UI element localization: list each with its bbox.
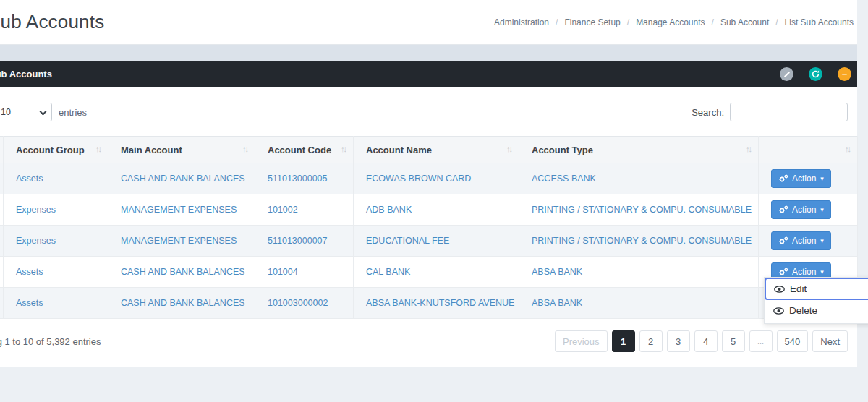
breadcrumb-separator: / — [627, 17, 629, 27]
title-bar: Sub Accounts Administration/Finance Setu… — [0, 0, 857, 45]
breadcrumb-separator: / — [712, 17, 714, 27]
page-button-2[interactable]: 2 — [639, 330, 663, 352]
cell-account-code[interactable]: 101002 — [255, 194, 354, 226]
column-header-account-code[interactable]: Account Code↑↓ — [255, 137, 354, 163]
wrench-icon — [783, 71, 789, 77]
breadcrumb-separator: / — [775, 17, 778, 27]
cell-action: Action ▾ — [759, 226, 858, 257]
breadcrumb: Administration/Finance Setup/Manage Acco… — [494, 17, 854, 27]
cell-account-name[interactable]: CAL BANK — [354, 257, 519, 288]
dropdown-item-delete[interactable]: Delete — [765, 300, 868, 321]
gears-icon — [778, 174, 788, 183]
pagination: Previous12345...540Next — [555, 330, 848, 352]
sort-icon: ↑↓ — [95, 145, 101, 153]
page-button-540[interactable]: 540 — [777, 330, 809, 352]
next-page-button[interactable]: Next — [812, 330, 848, 352]
dropdown-item-edit[interactable]: Edit — [765, 278, 868, 300]
length-control: 10 entries — [0, 103, 87, 121]
panel-body: 10 entries Search: — [0, 87, 857, 367]
cell-account-name[interactable]: ECOWAS BROWN CARD — [354, 163, 519, 194]
table-row: AssetsCASH AND BANK BALANCES101004CAL BA… — [0, 257, 858, 288]
column-header-account-type[interactable]: Account Type↑↓ — [519, 137, 759, 163]
page-button-4[interactable]: 4 — [694, 330, 718, 352]
table-body: AssetsCASH AND BANK BALANCES511013000005… — [0, 163, 858, 319]
column-header-account-group[interactable]: Account Group↑↓ — [4, 137, 109, 163]
sub-accounts-table: ↑↓ Account Group↑↓ Main Account↑↓ Accoun… — [0, 136, 858, 319]
table-controls: 10 entries Search: — [0, 87, 857, 121]
cell-account-type[interactable]: PRINTING / STATIONARY & COMPU. CONSUMABL… — [519, 226, 759, 257]
breadcrumb-separator: / — [556, 17, 558, 27]
cell-account-type[interactable]: ABSA BANK — [519, 288, 759, 319]
cell-account-group[interactable]: Expenses — [4, 194, 109, 226]
breadcrumb-item[interactable]: Finance Setup — [564, 17, 620, 27]
cell-main-account[interactable]: CASH AND BANK BALANCES — [109, 257, 255, 288]
sort-icon: ↑↓ — [341, 145, 346, 153]
entries-select[interactable]: 10 — [0, 103, 52, 121]
table-row: ExpensesMANAGEMENT EXPENSES101002ADB BAN… — [0, 194, 858, 226]
column-header-account-name[interactable]: Account Name↑↓ — [354, 137, 519, 163]
page-button-5[interactable]: 5 — [722, 330, 745, 352]
minus-icon: − — [842, 69, 848, 79]
table-row: AssetsCASH AND BANK BALANCES101003000002… — [0, 288, 858, 319]
panel-header: Sub Accounts − — [0, 61, 857, 87]
cell-account-name[interactable]: ABSA BANK-KNUTSFORD AVENUE — [354, 288, 519, 319]
page-button-1[interactable]: 1 — [612, 330, 635, 352]
refresh-button[interactable] — [809, 67, 822, 81]
action-button[interactable]: Action ▾ — [771, 169, 831, 188]
action-button[interactable]: Action ▾ — [771, 231, 831, 250]
cell-account-group[interactable]: Assets — [4, 288, 109, 319]
search-control: Search: — [692, 103, 848, 121]
cell-main-account[interactable]: CASH AND BANK BALANCES — [109, 163, 255, 194]
wrench-button[interactable] — [780, 67, 793, 81]
breadcrumb-item[interactable]: Administration — [494, 17, 549, 27]
eye-icon — [774, 286, 785, 293]
cell-action: Action ▾ — [759, 194, 858, 226]
entries-label: entries — [59, 107, 87, 118]
table-row: AssetsCASH AND BANK BALANCES511013000005… — [0, 163, 858, 194]
column-header-actions[interactable]: ↑↓ — [759, 137, 858, 163]
page-title: Sub Accounts — [0, 11, 104, 33]
entries-info: Showing 1 to 10 of 5,392 entries — [0, 336, 101, 347]
column-header-main-account[interactable]: Main Account↑↓ — [109, 137, 255, 163]
sort-icon: ↑↓ — [506, 145, 511, 153]
caret-down-icon: ▾ — [820, 206, 824, 213]
cell-action: Action ▾ — [759, 163, 858, 194]
table-header-row: ↑↓ Account Group↑↓ Main Account↑↓ Accoun… — [0, 137, 858, 163]
pagination-ellipsis[interactable]: ... — [749, 330, 773, 352]
search-input[interactable] — [730, 103, 848, 121]
cell-account-name[interactable]: EDUCATIONAL FEE — [354, 226, 519, 257]
collapse-button[interactable]: − — [838, 67, 851, 81]
cell-account-group[interactable]: Assets — [4, 163, 109, 194]
refresh-icon — [812, 70, 820, 78]
page: Sub Accounts Administration/Finance Setu… — [0, 0, 857, 367]
cell-main-account[interactable]: MANAGEMENT EXPENSES — [109, 226, 255, 257]
cell-account-code[interactable]: 511013000007 — [255, 226, 354, 257]
sub-accounts-panel: Sub Accounts − — [0, 61, 857, 367]
cell-account-type[interactable]: ABSA BANK — [519, 257, 759, 288]
cell-account-code[interactable]: 511013000005 — [255, 163, 354, 194]
gears-icon — [778, 236, 788, 245]
cell-main-account[interactable]: CASH AND BANK BALANCES — [109, 288, 255, 319]
cell-account-name[interactable]: ADB BANK — [354, 194, 519, 226]
action-dropdown-menu: Edit Delete — [764, 277, 868, 324]
panel-title: Sub Accounts — [0, 69, 52, 80]
gears-icon — [778, 205, 788, 214]
cell-account-type[interactable]: PRINTING / STATIONARY & COMPU. CONSUMABL… — [519, 194, 759, 226]
sort-icon: ↑↓ — [746, 145, 751, 153]
previous-page-button[interactable]: Previous — [555, 330, 608, 352]
cell-account-group[interactable]: Expenses — [4, 226, 109, 257]
breadcrumb-item[interactable]: List Sub Accounts — [785, 17, 854, 27]
cell-account-group[interactable]: Assets — [4, 257, 109, 288]
sort-icon: ↑↓ — [845, 145, 850, 153]
cell-account-type[interactable]: ACCESS BANK — [519, 163, 759, 194]
cell-account-code[interactable]: 101004 — [255, 257, 354, 288]
cell-account-code[interactable]: 101003000002 — [255, 288, 354, 319]
page-button-3[interactable]: 3 — [667, 330, 690, 352]
eye-icon — [773, 307, 784, 315]
breadcrumb-item[interactable]: Manage Accounts — [636, 17, 705, 27]
breadcrumb-item[interactable]: Sub Account — [720, 17, 769, 27]
table-row: ExpensesMANAGEMENT EXPENSES511013000007E… — [0, 226, 858, 257]
action-button[interactable]: Action ▾ — [771, 200, 831, 219]
caret-down-icon: ▾ — [820, 268, 824, 275]
cell-main-account[interactable]: MANAGEMENT EXPENSES — [109, 194, 255, 226]
